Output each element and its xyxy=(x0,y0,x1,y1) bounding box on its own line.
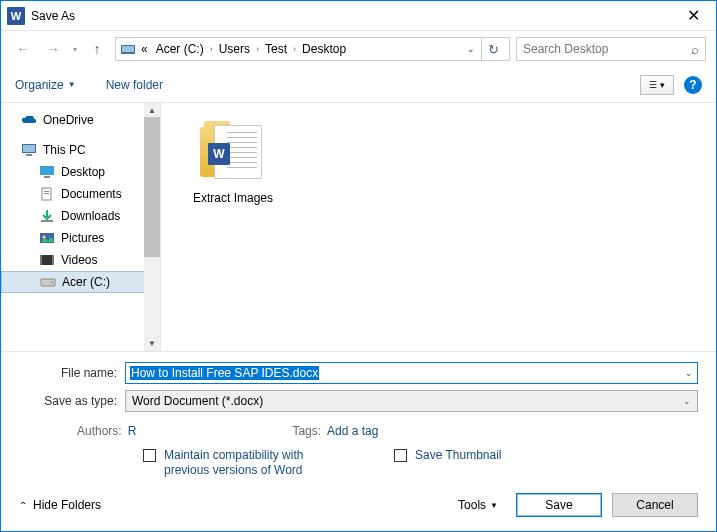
svg-rect-14 xyxy=(40,255,42,265)
caret-down-icon: ▼ xyxy=(490,501,498,510)
search-input[interactable]: Search Desktop ⌕ xyxy=(516,37,706,61)
chevron-right-icon[interactable]: › xyxy=(292,44,297,54)
filename-label: File name: xyxy=(19,366,125,380)
toolbar: Organize▼ New folder ☰ ▾ ? xyxy=(1,67,716,103)
search-placeholder: Search Desktop xyxy=(523,42,608,56)
folder-extract-images[interactable]: W Extract Images xyxy=(185,121,281,205)
back-button[interactable]: ← xyxy=(11,37,35,61)
bottom-panel: File name: How to Install Free SAP IDES.… xyxy=(1,351,716,531)
chevron-right-icon[interactable]: › xyxy=(255,44,260,54)
sidebar-item-downloads[interactable]: Downloads xyxy=(1,205,160,227)
address-dropdown[interactable]: ⌄ xyxy=(463,44,479,54)
history-dropdown[interactable]: ▾ xyxy=(71,45,79,54)
scroll-down-icon[interactable]: ▼ xyxy=(144,337,160,351)
address-bar[interactable]: « Acer (C:) › Users › Test › Desktop ⌄ ↻ xyxy=(115,37,510,61)
savetype-label: Save as type: xyxy=(19,394,125,408)
filename-dropdown-icon[interactable]: ⌄ xyxy=(685,368,693,378)
close-button[interactable]: ✕ xyxy=(671,1,716,31)
svg-rect-5 xyxy=(40,166,54,175)
tags-value[interactable]: Add a tag xyxy=(327,424,378,438)
sidebar-item-acer-c[interactable]: Acer (C:) xyxy=(1,271,160,293)
organize-menu[interactable]: Organize▼ xyxy=(15,78,76,92)
svg-rect-8 xyxy=(44,191,49,192)
scroll-thumb[interactable] xyxy=(144,117,160,257)
savetype-value: Word Document (*.docx) xyxy=(132,394,263,408)
authors-value[interactable]: R xyxy=(128,424,137,438)
cloud-icon xyxy=(21,113,37,127)
chevron-right-icon[interactable]: › xyxy=(209,44,214,54)
file-list[interactable]: W Extract Images xyxy=(161,103,716,351)
svg-rect-15 xyxy=(52,255,54,265)
authors-label: Authors: xyxy=(77,424,122,438)
sidebar-item-documents[interactable]: Documents xyxy=(1,183,160,205)
word-app-icon: W xyxy=(7,7,25,25)
save-as-dialog: W Save As ✕ ← → ▾ ↑ « Acer (C:) › Users … xyxy=(0,0,717,532)
savetype-combobox[interactable]: Word Document (*.docx) ⌄ xyxy=(125,390,698,412)
svg-rect-9 xyxy=(44,193,49,194)
folder-icon: W xyxy=(194,121,272,185)
svg-point-17 xyxy=(51,282,53,284)
sidebar-item-this-pc[interactable]: This PC xyxy=(1,139,160,161)
forward-button: → xyxy=(41,37,65,61)
svg-rect-13 xyxy=(40,255,54,265)
tools-menu[interactable]: Tools ▼ xyxy=(458,498,498,512)
navigation-sidebar: OneDrive This PC Desktop Documents xyxy=(1,103,161,351)
save-button[interactable]: Save xyxy=(516,493,602,517)
sidebar-item-desktop[interactable]: Desktop xyxy=(1,161,160,183)
svg-rect-3 xyxy=(23,145,35,152)
svg-rect-10 xyxy=(41,220,53,222)
thumbnail-label: Save Thumbnail xyxy=(415,448,502,479)
filename-input[interactable]: How to Install Free SAP IDES.docx ⌄ xyxy=(125,362,698,384)
breadcrumb-desktop[interactable]: Desktop xyxy=(299,42,349,56)
breadcrumb-acer[interactable]: Acer (C:) xyxy=(153,42,207,56)
thumbnail-checkbox[interactable] xyxy=(394,449,407,462)
downloads-icon xyxy=(39,209,55,223)
cancel-button[interactable]: Cancel xyxy=(612,493,698,517)
caret-down-icon: ▼ xyxy=(68,80,76,89)
body-area: OneDrive This PC Desktop Documents xyxy=(1,103,716,351)
search-icon: ⌕ xyxy=(691,42,699,57)
sidebar-item-videos[interactable]: Videos xyxy=(1,249,160,271)
compat-checkbox[interactable] xyxy=(143,449,156,462)
chevron-up-icon: ⌃ xyxy=(19,500,27,511)
help-button[interactable]: ? xyxy=(684,76,702,94)
filename-value: How to Install Free SAP IDES.docx xyxy=(130,366,319,380)
hide-folders-button[interactable]: ⌃ Hide Folders xyxy=(19,498,101,512)
breadcrumb-users[interactable]: Users xyxy=(216,42,253,56)
navigation-bar: ← → ▾ ↑ « Acer (C:) › Users › Test › Des… xyxy=(1,31,716,67)
pc-icon xyxy=(21,143,37,157)
svg-rect-6 xyxy=(44,176,50,178)
desktop-icon xyxy=(39,165,55,179)
window-title: Save As xyxy=(31,9,671,23)
svg-rect-4 xyxy=(26,154,32,156)
location-icon xyxy=(120,42,136,56)
drive-icon xyxy=(40,275,56,289)
pictures-icon xyxy=(39,231,55,245)
breadcrumb-test[interactable]: Test xyxy=(262,42,290,56)
titlebar: W Save As ✕ xyxy=(1,1,716,31)
scroll-up-icon[interactable]: ▲ xyxy=(144,103,160,117)
sidebar-item-pictures[interactable]: Pictures xyxy=(1,227,160,249)
sidebar-item-onedrive[interactable]: OneDrive xyxy=(1,109,160,131)
documents-icon xyxy=(39,187,55,201)
view-options-button[interactable]: ☰ ▾ xyxy=(640,75,674,95)
new-folder-button[interactable]: New folder xyxy=(106,78,163,92)
breadcrumb-prefix[interactable]: « xyxy=(138,42,151,56)
up-button[interactable]: ↑ xyxy=(85,37,109,61)
folder-label: Extract Images xyxy=(185,191,281,205)
tags-label: Tags: xyxy=(292,424,321,438)
refresh-button[interactable]: ↻ xyxy=(481,38,505,60)
savetype-dropdown-icon: ⌄ xyxy=(683,396,691,406)
compat-label: Maintain compatibility with previous ver… xyxy=(164,448,314,479)
videos-icon xyxy=(39,253,55,267)
svg-rect-1 xyxy=(122,46,134,52)
